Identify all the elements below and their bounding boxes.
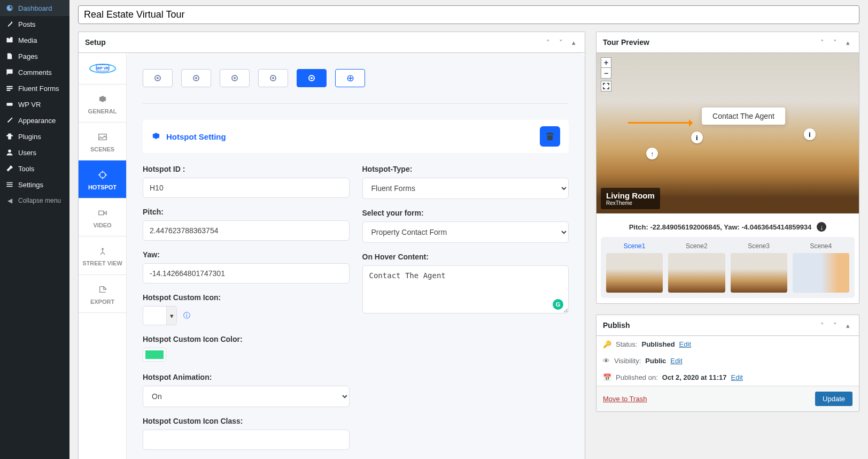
pitch-input[interactable] xyxy=(143,220,350,241)
label: Published on: xyxy=(616,373,658,381)
edit-status-link[interactable]: Edit xyxy=(679,340,691,348)
menu-pages[interactable]: Pages xyxy=(0,48,69,64)
icon-class-input[interactable] xyxy=(143,430,350,450)
yaw-input[interactable] xyxy=(143,263,350,284)
form-select[interactable]: Property Contact Form xyxy=(362,221,569,243)
label: Fluent Forms xyxy=(18,85,59,93)
title-input[interactable] xyxy=(78,5,859,24)
tab-general[interactable]: GENERAL xyxy=(79,85,126,123)
publish-panel: Publish ˄ ˅ ▴ 🔑 Status: Published Edit xyxy=(596,315,859,412)
panorama-preview[interactable]: + − Contact The Agent i i ↑ Living Room xyxy=(596,53,859,213)
hotspot-tab-add[interactable]: ⊕ xyxy=(335,69,365,87)
hotspot-tab-5[interactable] xyxy=(297,69,327,87)
menu-comments[interactable]: Comments xyxy=(0,64,69,80)
panel-up-icon[interactable]: ˄ xyxy=(543,37,553,47)
menu-fluentforms[interactable]: Fluent Forms xyxy=(0,80,69,96)
label: Media xyxy=(18,36,37,44)
media-icon xyxy=(5,36,14,44)
menu-appearance[interactable]: Appearance xyxy=(0,112,69,128)
scene-thumb-4[interactable]: Scene4 xyxy=(793,242,849,293)
vr-icon xyxy=(5,100,14,109)
label: WP VR xyxy=(18,101,41,109)
hotspot-tab-3[interactable] xyxy=(220,69,250,87)
hotspot-nav[interactable]: ↑ xyxy=(646,148,658,159)
wrench-icon xyxy=(5,164,14,173)
setup-tabs: WP VR GENERAL SCENES xyxy=(79,53,127,459)
on-hover-textarea[interactable]: Contact The Agent xyxy=(362,265,569,313)
svg-rect-1 xyxy=(6,88,12,89)
field-custom-icon: Hotspot Custom Icon: ▾ ⓘ xyxy=(143,293,350,325)
plug-icon xyxy=(5,132,14,141)
edit-visibility-link[interactable]: Edit xyxy=(670,357,682,365)
tour-preview-panel: Tour Preview ˄ ˅ ▴ + − xyxy=(596,32,859,304)
info-icon[interactable]: ⓘ xyxy=(182,311,191,320)
svg-point-4 xyxy=(8,149,11,152)
copy-coords-button[interactable]: ↓ xyxy=(817,222,826,232)
edit-date-link[interactable]: Edit xyxy=(731,373,742,381)
comment-icon xyxy=(5,68,14,76)
label: Yaw: xyxy=(143,250,350,259)
hotspot-info-2[interactable]: i xyxy=(804,128,816,140)
icon-picker[interactable]: ▾ xyxy=(143,306,177,325)
sliders-icon xyxy=(5,180,14,189)
tab-hotspot[interactable]: HOTSPOT xyxy=(79,160,126,198)
scene-thumb-2[interactable]: Scene2 xyxy=(668,242,725,293)
tab-scenes[interactable]: SCENES xyxy=(79,123,126,160)
move-to-trash-link[interactable]: Move to Trash xyxy=(603,395,647,403)
color-picker[interactable] xyxy=(143,348,166,362)
panel-down-icon[interactable]: ˅ xyxy=(830,37,840,47)
hotspot-tab-1[interactable] xyxy=(143,69,173,87)
label: Status: xyxy=(616,340,637,348)
panel-toggle-icon[interactable]: ▴ xyxy=(569,37,578,47)
visibility-value: Public xyxy=(645,357,666,365)
collapse-icon: ◀ xyxy=(5,196,14,205)
update-button[interactable]: Update xyxy=(815,392,852,406)
gear-icon xyxy=(98,94,107,104)
menu-tools[interactable]: Tools xyxy=(0,160,69,177)
menu-media[interactable]: Media xyxy=(0,32,69,48)
panel-toggle-icon[interactable]: ▴ xyxy=(843,320,852,330)
calendar-icon: 📅 xyxy=(603,373,611,381)
hotspot-tab-4[interactable] xyxy=(258,69,288,87)
scene-thumb-1[interactable]: Scene1 xyxy=(606,242,663,293)
section-title: Hotspot Setting xyxy=(166,132,226,141)
panel-down-icon[interactable]: ˅ xyxy=(556,37,565,47)
zoom-in-button[interactable]: + xyxy=(601,57,611,68)
animation-select[interactable]: On xyxy=(143,386,350,407)
room-label: Living Room RexTheme xyxy=(601,188,660,209)
tab-video[interactable]: VIDEO xyxy=(79,198,126,236)
published-row: 📅 Published on: Oct 2, 2020 at 11:17 Edi… xyxy=(596,369,859,386)
label: Hotspot-Type: xyxy=(362,165,569,173)
svg-rect-0 xyxy=(6,86,12,87)
menu-posts[interactable]: Posts xyxy=(0,16,69,32)
menu-dashboard[interactable]: Dashboard xyxy=(0,0,69,16)
panel-down-icon[interactable]: ˅ xyxy=(830,320,840,330)
menu-settings[interactable]: Settings xyxy=(0,177,69,193)
hotspot-info-1[interactable]: i xyxy=(691,132,703,143)
tab-export[interactable]: EXPORT xyxy=(79,275,126,313)
label: Dashboard xyxy=(18,4,52,12)
fullscreen-button[interactable] xyxy=(601,81,611,91)
menu-plugins[interactable]: Plugins xyxy=(0,128,69,144)
svg-rect-3 xyxy=(6,103,12,106)
menu-users[interactable]: Users xyxy=(0,144,69,160)
zoom-out-button[interactable]: − xyxy=(601,68,611,79)
label: Hotspot Custom Icon Color: xyxy=(143,335,350,343)
published-value: Oct 2, 2020 at 11:17 xyxy=(662,373,727,381)
collapse-menu[interactable]: ◀Collapse menu xyxy=(0,193,69,209)
tab-streetview[interactable]: STREET VIEW xyxy=(79,236,126,275)
label: Users xyxy=(18,149,36,157)
hotspot-type-select[interactable]: Fluent Forms xyxy=(362,178,569,199)
label: HOTSPOT xyxy=(88,184,117,190)
hotspot-id-input[interactable] xyxy=(143,178,350,198)
panel-toggle-icon[interactable]: ▴ xyxy=(843,37,852,47)
scene-thumb-3[interactable]: Scene3 xyxy=(731,242,787,293)
panel-up-icon[interactable]: ˄ xyxy=(817,37,827,47)
hotspot-tab-2[interactable] xyxy=(181,69,211,87)
hotspot-instance-tabs: ⊕ xyxy=(143,69,569,104)
plus-icon: ⊕ xyxy=(346,72,354,84)
menu-wpvr[interactable]: WP VR xyxy=(0,96,69,112)
tab-brand[interactable]: WP VR xyxy=(79,53,126,85)
delete-hotspot-button[interactable] xyxy=(540,126,560,147)
panel-up-icon[interactable]: ˄ xyxy=(817,320,827,330)
